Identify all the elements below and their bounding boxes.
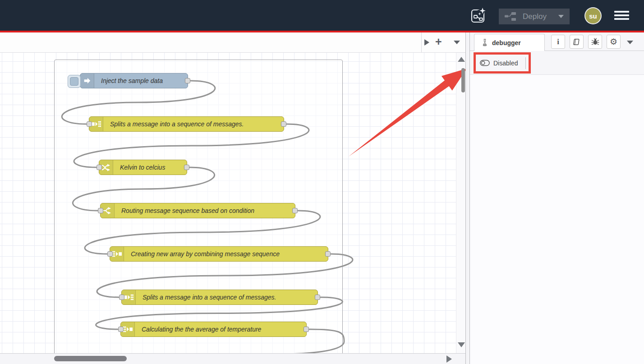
- tab-scroll-right-icon[interactable]: [424, 39, 429, 46]
- toolbar-separator: [525, 57, 526, 69]
- output-port[interactable]: [184, 165, 189, 170]
- input-port[interactable]: [98, 208, 103, 213]
- workspace-tab-bar: +: [0, 32, 465, 53]
- output-port[interactable]: [292, 208, 298, 213]
- flow-node-inject[interactable]: Inject the sample data: [80, 73, 188, 88]
- horizontal-scrollbar-thumb[interactable]: [54, 356, 127, 361]
- node-label: Splits a message into a sequence of mess…: [136, 290, 283, 304]
- debugger-panel-body: [470, 75, 644, 364]
- sidebar-options-chevron-icon[interactable]: [627, 41, 633, 44]
- node-label: Creating new array by combining message …: [124, 247, 286, 261]
- scroll-up-icon[interactable]: [458, 57, 465, 62]
- output-port[interactable]: [281, 121, 286, 127]
- info-button[interactable]: i: [551, 35, 565, 49]
- info-icon: i: [557, 37, 559, 46]
- output-port[interactable]: [325, 251, 331, 257]
- docs-button[interactable]: [570, 35, 584, 49]
- deploy-button[interactable]: Deploy: [499, 9, 570, 24]
- vertical-scroll-track[interactable]: [456, 53, 465, 353]
- add-flow-button[interactable]: +: [435, 35, 442, 48]
- debugger-disabled-toggle[interactable]: Disabled: [476, 59, 520, 67]
- flow-node-change[interactable]: Kelvin to celcius: [99, 160, 187, 175]
- flow-node-split[interactable]: Splits a message into a sequence of mess…: [89, 116, 284, 132]
- flow-node-join[interactable]: Calculating the the average of temperatu…: [120, 322, 307, 337]
- inject-node-icon: [80, 74, 94, 88]
- flow-node-join[interactable]: Creating new array by combining message …: [110, 246, 328, 262]
- deploy-chevron-icon[interactable]: [558, 15, 564, 18]
- output-port[interactable]: [185, 78, 190, 83]
- input-port[interactable]: [97, 165, 102, 170]
- book-icon: [573, 38, 580, 46]
- tab-debugger-label: debugger: [492, 39, 521, 46]
- gear-icon: ⚙: [610, 37, 617, 46]
- main-menu-icon[interactable]: [614, 11, 629, 22]
- input-port[interactable]: [119, 295, 124, 300]
- sidebar-tab-row: debugger i: [470, 32, 644, 51]
- vertical-scrollbar-thumb[interactable]: [461, 68, 465, 92]
- tabbar-separator: [421, 32, 422, 52]
- flask-icon: [481, 39, 488, 46]
- flow-node-split[interactable]: Splits a message into a sequence of mess…: [121, 290, 318, 305]
- node-label: Splits a message into a sequence of mess…: [103, 117, 250, 131]
- flow-assistant-icon[interactable]: [470, 7, 487, 24]
- input-port[interactable]: [87, 121, 92, 127]
- flow-node-switch[interactable]: Routing message sequence based on condit…: [100, 203, 295, 218]
- settings-button[interactable]: ⚙: [607, 35, 621, 49]
- node-label: Kelvin to celcius: [113, 160, 171, 175]
- bug-icon: [591, 38, 599, 46]
- tab-debugger[interactable]: debugger: [474, 34, 545, 51]
- header-bar: Deploy su: [0, 0, 644, 31]
- output-port[interactable]: [315, 295, 320, 300]
- debugger-toolbar: Disabled: [470, 51, 644, 75]
- input-port[interactable]: [118, 327, 124, 332]
- input-port[interactable]: [107, 251, 113, 257]
- scroll-right-icon[interactable]: [446, 355, 452, 363]
- toggle-off-icon: [480, 60, 490, 66]
- scroll-down-icon[interactable]: [458, 342, 465, 347]
- node-label: Routing message sequence based on condit…: [115, 203, 261, 218]
- deploy-label: Deploy: [523, 12, 547, 21]
- flow-canvas[interactable]: Inject the sample dataSplits a message i…: [0, 53, 465, 353]
- deploy-nodes-icon: [505, 12, 517, 21]
- panel-splitter[interactable]: [466, 32, 469, 364]
- node-label: Inject the sample data: [94, 74, 169, 88]
- annotation-highlight-box: Disabled: [474, 52, 531, 74]
- horizontal-scroll-track[interactable]: [0, 353, 465, 364]
- node-label: Calculating the the average of temperatu…: [135, 322, 267, 336]
- sidebar: debugger i: [469, 32, 644, 364]
- inject-trigger-button[interactable]: [68, 75, 81, 88]
- flow-list-chevron-icon[interactable]: [454, 41, 460, 44]
- user-avatar[interactable]: su: [585, 8, 601, 23]
- disabled-label: Disabled: [493, 60, 518, 67]
- debug-button[interactable]: [588, 35, 602, 49]
- workspace-region: + Inject the sample dataSplits a message…: [0, 32, 466, 364]
- output-port[interactable]: [304, 327, 309, 332]
